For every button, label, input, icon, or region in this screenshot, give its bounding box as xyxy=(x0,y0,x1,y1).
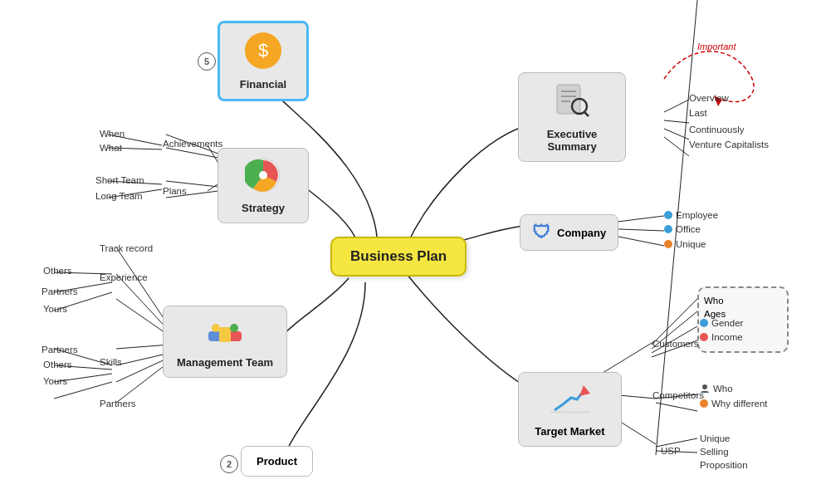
management-label: Management Team xyxy=(175,356,275,369)
svg-point-51 xyxy=(212,324,220,332)
svg-marker-59 xyxy=(579,385,590,396)
svg-rect-50 xyxy=(219,327,231,342)
financial-node[interactable]: $ Financial xyxy=(217,21,309,101)
svg-line-1 xyxy=(664,120,689,123)
gender-dot-label: Gender xyxy=(700,318,743,328)
competitors-section-label: Competitors xyxy=(652,390,704,400)
mgmt-yours2-label: Yours xyxy=(43,376,67,386)
financial-icon: $ xyxy=(232,32,295,75)
svg-line-35 xyxy=(652,299,697,345)
svg-line-3 xyxy=(664,137,689,156)
strategy-label: Strategy xyxy=(230,202,296,214)
unique-usp-label: Unique xyxy=(700,433,730,443)
management-icon xyxy=(175,315,275,353)
target-label: Target Market xyxy=(530,425,609,438)
selling-label: Selling xyxy=(700,447,729,457)
achievements-label: Achievements xyxy=(163,139,222,149)
customers-section-label: Customers xyxy=(652,339,699,349)
unique-dot-label: Unique xyxy=(664,239,706,249)
overview-label: Overview xyxy=(689,93,729,103)
svg-line-2 xyxy=(664,129,689,139)
product-node[interactable]: Product xyxy=(241,446,313,477)
svg-line-58 xyxy=(584,112,589,116)
unique-dot xyxy=(664,240,672,248)
mgmt-partners2-label: Partners xyxy=(42,345,77,355)
continuously-label: Continuously xyxy=(689,125,744,135)
svg-line-40 xyxy=(656,403,697,411)
when-label: When xyxy=(100,129,125,139)
executive-icon xyxy=(530,81,613,125)
income-dot-label: Income xyxy=(700,332,743,342)
plans-label: Plans xyxy=(163,186,187,196)
usp-section-label: USP xyxy=(661,446,681,456)
mgmt-yours1-label: Yours xyxy=(43,304,67,314)
why-dot xyxy=(700,399,708,408)
office-dot xyxy=(664,225,672,233)
experience-label: Experience xyxy=(100,272,148,282)
company-icon: 🛡 xyxy=(532,222,550,243)
mind-map-canvas: Business Plan 5 $ Financial Strategy xyxy=(0,0,821,504)
proposition-label: Proposition xyxy=(700,460,748,470)
svg-point-47 xyxy=(259,171,267,179)
svg-line-0 xyxy=(664,100,689,112)
important-label: Important xyxy=(697,42,735,51)
financial-label: Financial xyxy=(232,78,295,91)
svg-text:$: $ xyxy=(258,40,268,61)
gender-dot xyxy=(700,319,708,327)
person-icon xyxy=(700,384,710,394)
svg-point-61 xyxy=(702,384,707,389)
office-dot-label: Office xyxy=(664,224,701,234)
svg-line-10 xyxy=(166,148,218,158)
company-node[interactable]: 🛡 Company xyxy=(520,214,618,251)
executive-node[interactable]: Executive Summary xyxy=(518,72,626,162)
product-label: Product xyxy=(257,455,297,467)
company-label: Company xyxy=(557,227,606,239)
skills-label: Skills xyxy=(100,357,122,367)
mgmt-partners1-label: Partners xyxy=(42,286,77,296)
strategy-icon xyxy=(230,157,296,198)
center-label: Business Plan xyxy=(350,248,447,264)
short-team-label: Short Team xyxy=(95,175,144,185)
what-label: What xyxy=(100,143,122,153)
target-icon xyxy=(530,381,609,422)
executive-label: Executive Summary xyxy=(530,128,613,153)
last-label: Last xyxy=(689,108,707,118)
track-record-label: Track record xyxy=(100,243,153,253)
why-different-dot-label: Why different xyxy=(700,399,768,409)
long-team-label: Long Team xyxy=(95,191,143,201)
strategy-node[interactable]: Strategy xyxy=(217,148,309,223)
mgmt-others1-label: Others xyxy=(43,266,72,276)
target-market-node[interactable]: Target Market xyxy=(518,372,622,447)
mgmt-partners3-label: Partners xyxy=(100,399,135,409)
venture-label: Venture Capitalists xyxy=(689,139,769,149)
management-node[interactable]: Management Team xyxy=(163,306,287,378)
who2-label: Who xyxy=(700,384,733,394)
income-dot xyxy=(700,333,708,341)
employee-dot-label: Employee xyxy=(664,210,718,220)
employee-dot xyxy=(664,211,672,219)
svg-point-52 xyxy=(230,324,238,332)
center-node[interactable]: Business Plan xyxy=(330,237,467,276)
mgmt-others2-label: Others xyxy=(43,360,72,369)
svg-rect-60 xyxy=(550,411,590,413)
